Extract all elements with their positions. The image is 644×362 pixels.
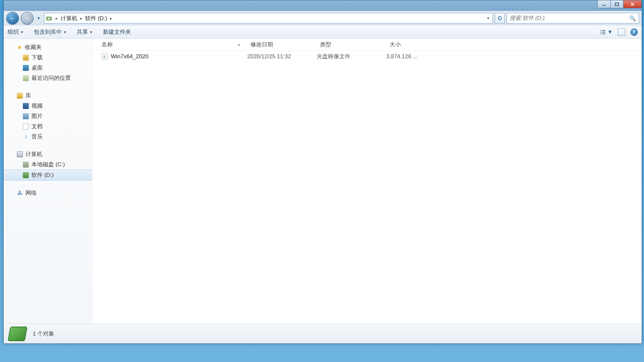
svg-point-3	[47, 18, 51, 20]
minimize-icon	[602, 2, 606, 6]
breadcrumb-drive[interactable]: 软件 (D:)	[84, 14, 109, 23]
minimize-button[interactable]	[597, 0, 611, 8]
status-bar: 1 个对象	[4, 324, 642, 343]
forward-button[interactable]: →	[21, 12, 33, 25]
drive-large-icon	[8, 327, 27, 341]
drive-icon	[23, 172, 29, 178]
forward-arrow-icon: →	[24, 15, 30, 22]
help-icon: ?	[633, 29, 636, 35]
view-mode-button[interactable]: ▼	[600, 29, 613, 35]
breadcrumb-computer[interactable]: 计算机	[59, 14, 79, 23]
address-drop-icon[interactable]: ▾	[485, 16, 491, 21]
search-input[interactable]	[510, 15, 629, 22]
organize-button[interactable]: 组织▼	[8, 28, 24, 36]
search-box[interactable]: 🔍	[507, 13, 639, 24]
title-bar[interactable]	[4, 0, 642, 11]
music-icon: ♪	[23, 134, 29, 140]
column-headers: 名称▲ 修改日期 类型 大小	[92, 39, 642, 51]
file-date: 2020/12/25 11:32	[247, 53, 317, 60]
search-icon[interactable]: 🔍	[629, 15, 636, 22]
favorites-group: ★收藏夹 下载 桌面 最近访问的位置	[4, 42, 92, 83]
main-area: ★收藏夹 下载 桌面 最近访问的位置 库 视频 图片 文档 ♪音乐 计算机 本地…	[4, 39, 642, 324]
svg-rect-0	[602, 5, 606, 6]
chevron-right-icon: ▸	[54, 16, 59, 21]
sidebar-computer[interactable]: 计算机	[4, 149, 92, 159]
svg-rect-4	[601, 30, 602, 31]
star-icon: ★	[17, 44, 22, 51]
content-pane[interactable]: 名称▲ 修改日期 类型 大小 Win7x64_2020 2020/12/25 1…	[92, 39, 642, 324]
file-name-cell: Win7x64_2020	[102, 53, 247, 60]
svg-rect-7	[602, 32, 605, 32]
sidebar-label: 网络	[25, 189, 37, 197]
svg-rect-5	[602, 30, 605, 31]
svg-rect-6	[601, 32, 602, 32]
help-button[interactable]: ?	[630, 28, 638, 36]
file-type: 光盘映像文件	[317, 53, 386, 60]
column-type[interactable]: 类型	[320, 41, 390, 48]
sidebar: ★收藏夹 下载 桌面 最近访问的位置 库 视频 图片 文档 ♪音乐 计算机 本地…	[4, 39, 92, 324]
file-size: 3,874,126 ...	[386, 53, 426, 60]
drive-icon	[23, 162, 29, 168]
back-arrow-icon: ←	[9, 15, 16, 22]
status-text: 1 个对象	[33, 330, 54, 337]
picture-icon	[23, 113, 29, 119]
nav-row: ← → ▼ ▸ 计算机 ▸ 软件 (D:) ▸ ▾ 🔍	[4, 11, 642, 26]
sidebar-downloads[interactable]: 下载	[4, 52, 92, 63]
sidebar-favorites[interactable]: ★收藏夹	[4, 42, 92, 52]
chevron-down-icon: ▼	[20, 30, 24, 34]
sort-asc-icon: ▲	[237, 43, 241, 46]
column-date[interactable]: 修改日期	[251, 41, 320, 48]
sidebar-label: 下载	[31, 54, 43, 61]
network-icon: 🖧	[17, 190, 23, 196]
sidebar-videos[interactable]: 视频	[4, 101, 92, 111]
toolbar-right: ▼ ?	[600, 28, 638, 36]
sidebar-drive-c[interactable]: 本地磁盘 (C:)	[4, 159, 92, 170]
sidebar-label: 本地磁盘 (C:)	[31, 161, 65, 168]
include-in-library-button[interactable]: 包含到库中▼	[34, 28, 67, 36]
preview-pane-button[interactable]	[618, 28, 625, 36]
address-bar[interactable]: ▸ 计算机 ▸ 软件 (D:) ▸ ▾	[44, 13, 493, 24]
maximize-button[interactable]	[610, 0, 623, 8]
chevron-right-icon: ▸	[79, 16, 84, 21]
sidebar-label: 文档	[31, 123, 43, 130]
sidebar-label: 音乐	[31, 133, 43, 140]
sidebar-libraries[interactable]: 库	[4, 90, 92, 101]
column-size[interactable]: 大小	[390, 41, 429, 48]
list-view-icon	[600, 29, 606, 35]
close-icon	[630, 2, 635, 6]
sidebar-music[interactable]: ♪音乐	[4, 131, 92, 142]
sidebar-label: 桌面	[31, 64, 43, 72]
sidebar-drive-d[interactable]: 软件 (D:)	[4, 170, 92, 181]
toolbar: 组织▼ 包含到库中▼ 共享▼ 新建文件夹 ▼ ?	[4, 26, 642, 39]
network-group: 🖧网络	[4, 188, 92, 198]
svg-rect-9	[602, 33, 605, 34]
window-controls	[598, 0, 642, 8]
refresh-button[interactable]	[495, 13, 505, 24]
iso-file-icon	[102, 54, 108, 60]
explorer-window: ← → ▼ ▸ 计算机 ▸ 软件 (D:) ▸ ▾ 🔍 组织▼ 包含到库中▼ 共…	[3, 0, 642, 344]
column-name[interactable]: 名称▲	[102, 41, 251, 48]
sidebar-documents[interactable]: 文档	[4, 121, 92, 131]
chevron-down-icon: ▼	[607, 29, 613, 35]
drive-icon	[46, 15, 52, 22]
recent-icon	[23, 75, 29, 81]
sidebar-pictures[interactable]: 图片	[4, 111, 92, 121]
file-row[interactable]: Win7x64_2020 2020/12/25 11:32 光盘映像文件 3,8…	[92, 51, 642, 62]
desktop-icon	[23, 65, 29, 71]
back-button[interactable]: ←	[6, 12, 19, 25]
nav-history-drop-icon[interactable]: ▼	[35, 16, 42, 21]
close-button[interactable]	[623, 0, 642, 8]
chevron-down-icon: ▼	[63, 30, 67, 34]
maximize-icon	[615, 2, 619, 6]
sidebar-network[interactable]: 🖧网络	[4, 188, 92, 198]
sidebar-label: 计算机	[25, 150, 42, 158]
sidebar-recent[interactable]: 最近访问的位置	[4, 73, 92, 83]
new-folder-button[interactable]: 新建文件夹	[103, 28, 131, 36]
video-icon	[23, 103, 29, 109]
computer-icon	[17, 151, 23, 157]
sidebar-desktop[interactable]: 桌面	[4, 63, 92, 73]
sidebar-label: 库	[25, 92, 31, 99]
share-button[interactable]: 共享▼	[77, 28, 93, 36]
computer-group: 计算机 本地磁盘 (C:) 软件 (D:)	[4, 149, 92, 181]
sidebar-label: 收藏夹	[25, 43, 42, 51]
